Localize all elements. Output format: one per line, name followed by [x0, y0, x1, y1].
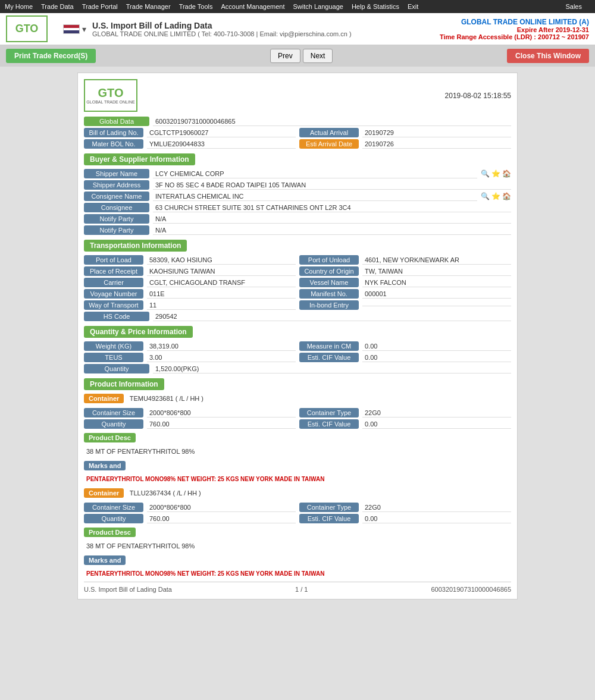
voyage-row: Voyage Number 011E Manifest No. 000001	[84, 289, 511, 299]
manifest-field: Manifest No. 000001	[299, 289, 511, 299]
notify-party2-label: Notify Party	[84, 225, 149, 235]
consignee-name-icons: 🔍 ⭐ 🏠	[481, 192, 511, 200]
consignee-home-icon[interactable]: 🏠	[502, 192, 511, 200]
esti-cif-field: Esti. CIF Value 0.00	[299, 353, 511, 362]
place-receipt-value: KAOHSIUNG TAIWAN	[147, 267, 296, 276]
inbond-field: In-bond Entry	[299, 300, 511, 310]
product-info-header: Product Information	[84, 378, 164, 390]
way-transport-label: Way of Transport	[84, 300, 143, 310]
inbond-label: In-bond Entry	[299, 300, 359, 310]
container-2-qty-field: Quantity 760.00	[84, 514, 296, 523]
container-1-esti-field: Esti. CIF Value 0.00	[299, 419, 511, 429]
esti-arrival-value: 20190726	[362, 140, 511, 149]
esti-cif-label: Esti. CIF Value	[299, 353, 359, 362]
record-logo-sub: GLOBAL TRADE ONLINE	[86, 100, 134, 105]
page-header: GTO ▾ U.S. Import Bill of Lading Data GL…	[0, 13, 595, 45]
esti-arrival-field: Esti Arrival Date 20190726	[299, 139, 511, 149]
prev-button-top[interactable]: Prev	[270, 49, 300, 63]
carrier-label: Carrier	[84, 278, 143, 287]
logo: GTO	[6, 15, 48, 42]
top-navigation: My Home Trade Data Trade Portal Trade Ma…	[0, 0, 595, 13]
port-load-label: Port of Load	[84, 255, 143, 265]
expire-date: Expire After 2019-12-31	[440, 26, 589, 33]
nav-account-management[interactable]: Account Management	[221, 3, 285, 10]
teus-value: 3.00	[147, 353, 296, 362]
container-2-size-value: 2000*806*800	[147, 503, 296, 512]
container-1-esti-label: Esti. CIF Value	[299, 419, 359, 429]
nav-trade-data[interactable]: Trade Data	[41, 3, 74, 10]
record-header: GTO GLOBAL TRADE ONLINE 2019-08-02 15:18…	[84, 79, 511, 112]
container-2-marks-value: PENTAERYTHRITOL MONO98% NET WEIGHT: 25 K…	[84, 569, 511, 578]
carrier-value: CGLT, CHICAGOLAND TRANSF	[147, 278, 296, 287]
nav-trade-portal[interactable]: Trade Portal	[82, 3, 118, 10]
container-1-product-desc-label: Product Desc	[84, 433, 136, 442]
container-1-qty-field: Quantity 760.00	[84, 419, 296, 429]
bol-row: Bill of Lading No. CGLTCTP19060027 Actua…	[84, 128, 511, 137]
transportation-section: Transportation Information Port of Load …	[84, 240, 511, 321]
weight-row: Weight (KG) 38,319.00 Measure in CM 0.00	[84, 341, 511, 351]
nav-trade-tools[interactable]: Trade Tools	[179, 3, 213, 10]
shipper-address-value: 3F NO 85 SEC 4 BADE ROAD TAIPEI 105 TAIW…	[153, 181, 511, 190]
nav-help-statistics[interactable]: Help & Statistics	[352, 3, 399, 10]
search-icon[interactable]: 🔍	[481, 169, 490, 178]
voyage-value: 011E	[147, 290, 296, 299]
container-2-value: TLLU2367434 ( /L / HH )	[130, 489, 201, 497]
bol-label: Bill of Lading No.	[84, 128, 143, 137]
page-wrapper: GTO GLOBAL TRADE ONLINE 2019-08-02 15:18…	[0, 67, 595, 700]
close-button-top[interactable]: Close This Window	[507, 49, 589, 63]
master-bol-row: Mater BOL No. YMLUE209044833 Esti Arriva…	[84, 139, 511, 149]
port-load-row: Port of Load 58309, KAO HSIUNG Port of U…	[84, 255, 511, 265]
company-name: GLOBAL TRADE ONLINE LIMITED (A)	[440, 18, 589, 26]
shipper-name-value: LCY CHEMICAL CORP	[153, 169, 477, 178]
main-record-card: GTO GLOBAL TRADE ONLINE 2019-08-02 15:18…	[77, 73, 518, 599]
country-origin-value: TW, TAIWAN	[362, 267, 511, 276]
container-2-label: Container	[84, 488, 124, 498]
esti-cif-value: 0.00	[362, 353, 511, 362]
record-logo: GTO GLOBAL TRADE ONLINE	[84, 79, 137, 112]
qp-quantity-value: 1,520.00(PKG)	[153, 365, 511, 373]
record-footer: U.S. Import Bill of Lading Data 1 / 1 60…	[84, 582, 511, 593]
notify-party1-label: Notify Party	[84, 214, 149, 224]
container-1-product-desc-value: 38 MT OF PENTAERYTHRITOL 98%	[84, 447, 511, 456]
consignee-name-value: INTERATLAS CHEMICAL INC	[153, 192, 477, 201]
consignee-search-icon[interactable]: 🔍	[481, 192, 490, 200]
carrier-row: Carrier CGLT, CHICAGOLAND TRANSF Vessel …	[84, 278, 511, 287]
port-unload-label: Port of Unload	[299, 255, 359, 265]
print-button-top[interactable]: Print Trade Record(S)	[6, 49, 96, 63]
nav-my-home[interactable]: My Home	[5, 3, 33, 10]
container-1-size-field: Container Size 2000*806*800	[84, 408, 296, 418]
container-2-type-value: 22G0	[362, 503, 511, 512]
global-data-value: 6003201907310000046865	[153, 117, 511, 126]
product-info-section: Product Information Container TEMU492368…	[84, 378, 511, 578]
navigation-buttons-top: Prev Next	[269, 49, 334, 63]
star-icon[interactable]: ⭐	[491, 169, 500, 178]
way-transport-field: Way of Transport 11	[84, 300, 296, 310]
next-button-top[interactable]: Next	[303, 49, 333, 63]
nav-exit[interactable]: Exit	[408, 3, 418, 10]
shipper-name-icons: 🔍 ⭐ 🏠	[481, 169, 511, 178]
logo-area: GTO	[6, 15, 48, 42]
hs-code-value: 290542	[153, 312, 511, 321]
container-2-header-row: Container TLLU2367434 ( /L / HH )	[84, 488, 511, 500]
place-receipt-field: Place of Receipt KAOHSIUNG TAIWAN	[84, 266, 296, 276]
container-2-qty-label: Quantity	[84, 514, 143, 523]
consignee-label: Consignee	[84, 203, 149, 212]
nav-switch-language[interactable]: Switch Language	[293, 3, 343, 10]
container-2-type-label: Container Type	[299, 503, 359, 512]
record-logo-gto: GTO	[98, 86, 124, 100]
nav-sales[interactable]: Sales	[565, 3, 582, 10]
flag-dropdown[interactable]: ▾	[82, 24, 86, 34]
port-load-value: 58309, KAO HSIUNG	[147, 256, 296, 265]
time-range: Time Range Accessible (LDR) : 200712 ~ 2…	[440, 33, 589, 40]
home-icon[interactable]: 🏠	[502, 169, 511, 178]
consignee-star-icon[interactable]: ⭐	[491, 192, 500, 200]
manifest-value: 000001	[362, 290, 511, 299]
container-1-qty-value: 760.00	[147, 420, 296, 429]
quantity-price-section: Quantity & Price Information Weight (KG)…	[84, 326, 511, 373]
container-2: Container TLLU2367434 ( /L / HH ) Contai…	[84, 488, 511, 578]
port-unload-value: 4601, NEW YORK/NEWARK AR	[362, 256, 511, 265]
country-origin-field: Country of Origin TW, TAIWAN	[299, 266, 511, 276]
record-footer-source: U.S. Import Bill of Lading Data	[84, 586, 172, 593]
container-2-product-desc-row: Product Desc	[84, 525, 511, 539]
nav-trade-manager[interactable]: Trade Manager	[126, 3, 171, 10]
